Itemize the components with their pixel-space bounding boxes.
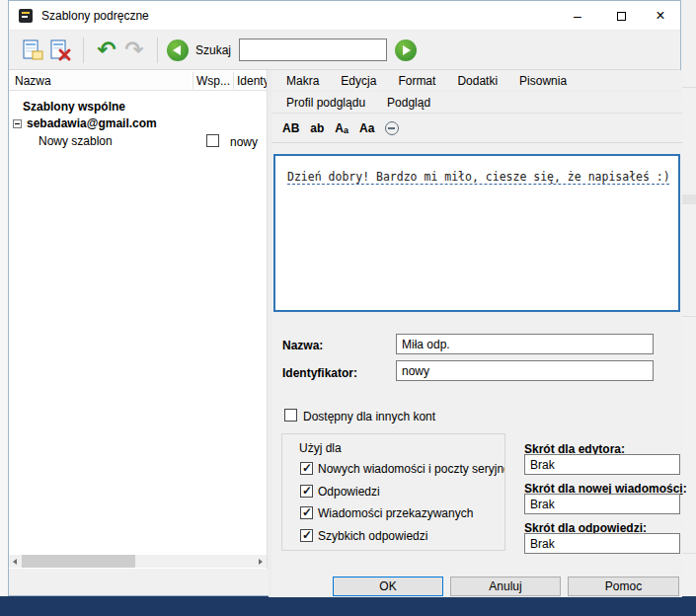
quick-replies-label: Szybkich odpowiedzi [318,529,427,543]
maximize-icon [617,12,626,21]
search-previous-button[interactable] [167,39,189,61]
use-for-row-replies: Odpowiedzi [300,484,380,499]
menu-dodatki[interactable]: Dodatki [446,71,508,91]
add-template-icon [21,38,44,62]
reply-shortcut-input[interactable] [524,533,680,554]
search-input[interactable] [239,38,387,61]
label-text: : [683,482,687,496]
minimize-button[interactable]: – [558,1,597,31]
format-toolbar: AB ab Aa Aa [271,115,682,143]
format-uppercase-button[interactable]: AB [278,117,303,139]
redo-button[interactable]: ↷ [120,37,148,64]
available-other-accounts-checkbox[interactable] [284,409,297,422]
column-header-identyfikator[interactable]: Identy [237,74,268,88]
use-for-row-new-messages: Nowych wiadomości i poczty seryjnej [300,461,505,476]
delete-template-icon [48,38,72,62]
cancel-button[interactable]: Anuluj [450,577,561,596]
format-clear-button[interactable] [381,117,403,139]
forwarded-checkbox[interactable] [300,506,313,519]
identifier-input[interactable] [396,360,654,381]
help-button[interactable]: Pomoc [568,577,679,596]
column-separator[interactable] [193,72,193,89]
format-font-case-button[interactable]: Aa [355,117,378,139]
format-lowercase-button[interactable]: ab [306,117,328,139]
app-icon [18,8,34,24]
background-right-strip [681,0,696,596]
background-line [681,553,696,554]
maximize-button[interactable] [601,1,641,31]
menu-pisownia[interactable]: Pisownia [508,71,578,91]
search-label: Szukaj [195,43,231,57]
toolbar: ↶ ↷ Szukaj [9,31,680,70]
use-for-row-forwarded: Wiadomości przekazywanych [300,505,473,520]
bottom-navy-bar [0,596,696,616]
menu-edycja[interactable]: Edycja [330,71,387,91]
undo-button[interactable]: ↶ [93,37,120,64]
template-editor-panel: Makra Edycja Format Dodatki Pisownia Pro… [271,70,682,597]
scrollbar-thumb[interactable] [22,555,135,568]
ok-button[interactable]: OK [333,577,443,596]
editor-menubar: Makra Edycja Format Dodatki Pisownia [271,70,682,92]
background-line [681,316,696,317]
close-button[interactable]: × [641,1,680,31]
new-messages-label: Nowych wiadomości i poczty seryjnej [318,462,505,476]
use-for-groupbox: Użyj dla Nowych wiadomości i poczty sery… [281,433,505,551]
format-font-small-button[interactable]: Aa [331,117,352,139]
scroll-right-icon[interactable] [259,559,263,565]
template-body-text: Dzień dobry! Bardzo mi miło, ciesze się,… [287,170,670,184]
horizontal-scrollbar[interactable] [9,555,267,568]
name-label: Nazwa: [282,339,323,352]
background-band [681,194,696,204]
collapse-expander-icon[interactable] [13,119,22,128]
available-other-accounts-label: Dostępny dla innych kont [303,410,435,424]
preview-menubar: Profil podglądu Podgląd [271,92,682,114]
identifier-label: Identyfikator: [282,366,357,380]
toolbar-separator [157,38,158,63]
quicktext-dialog: Szablony podręczne – × [8,0,681,596]
add-template-button[interactable] [19,37,46,64]
tree-header: Nazwa Wsp... Identy [9,70,267,91]
arrow-right-icon [403,45,411,55]
quick-replies-checkbox[interactable] [300,529,313,542]
replies-label: Odpowiedzi [318,485,380,499]
column-header-wspolny[interactable]: Wsp... [196,74,230,88]
tree-item-template[interactable]: Nowy szablon [39,134,113,148]
window-title: Szablony podręczne [41,9,149,23]
titlebar[interactable]: Szablony podręczne – × [9,1,680,31]
screen: Szablony podręczne – × [0,0,696,616]
use-for-title: Użyj dla [299,441,342,455]
template-body-editor[interactable]: Dzień dobry! Bardzo mi miło, ciesze się,… [273,154,680,312]
background-left-strip [0,0,8,596]
replies-checkbox[interactable] [300,485,313,498]
format-letter: A [335,121,344,135]
menu-podglad[interactable]: Podgląd [376,93,441,113]
search-next-button[interactable] [395,39,417,61]
name-input[interactable] [396,334,654,354]
menu-profil-podgladu[interactable]: Profil podglądu [275,93,376,113]
tree-item-shared-templates[interactable]: Szablony wspólne [23,100,125,114]
column-separator[interactable] [233,72,234,89]
template-tree-panel: Nazwa Wsp... Identy Szablony wspólne seb… [9,70,268,569]
use-for-row-quick-replies: Szybkich odpowiedzi [300,528,427,543]
new-message-shortcut-input[interactable] [524,494,680,514]
redo-icon: ↷ [124,38,143,61]
undo-icon: ↶ [97,38,116,61]
new-messages-checkbox[interactable] [300,462,313,475]
template-shared-checkbox[interactable] [206,134,219,147]
tree-item-account[interactable]: sebadawia@gmail.com [27,116,157,130]
editor-shortcut-input[interactable] [524,454,680,475]
delete-template-button[interactable] [46,37,74,64]
menu-makra[interactable]: Makra [275,71,330,91]
format-letter-small: a [344,125,348,135]
menu-format[interactable]: Format [387,71,446,91]
circle-minus-icon [385,121,399,135]
arrow-left-icon [173,45,181,55]
column-header-nazwa[interactable]: Nazwa [15,74,51,88]
toolbar-separator [83,38,84,63]
background-line [681,87,696,88]
scroll-left-icon[interactable] [13,559,17,565]
forwarded-label: Wiadomości przekazywanych [318,506,473,520]
template-ident-cell: nowy [230,135,258,149]
